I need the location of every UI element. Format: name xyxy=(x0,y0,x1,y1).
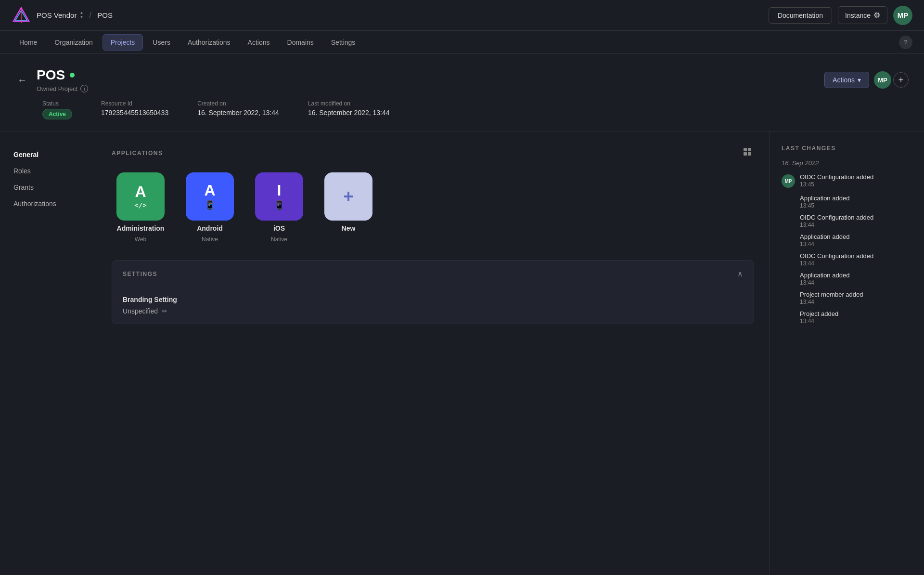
project-avatar: MP xyxy=(874,71,891,89)
resource-id-label: Resource Id xyxy=(101,100,168,107)
app-card-android[interactable]: A 📱 Android Native xyxy=(181,172,239,243)
app-sub-android: Native xyxy=(202,236,218,243)
project-subtitle: Owned Project i xyxy=(37,85,817,92)
app-icon-administration: A </> xyxy=(116,172,165,221)
status-dot xyxy=(70,73,75,78)
documentation-button[interactable]: Documentation xyxy=(769,7,832,24)
app-name-administration: Administration xyxy=(117,224,165,232)
app-icon-android: A 📱 xyxy=(186,172,234,221)
app-card-new[interactable]: + New xyxy=(320,172,377,243)
app-name-ios: iOS xyxy=(273,224,285,232)
resource-id-meta: Resource Id 179235445513650433 xyxy=(101,100,168,119)
settings-header[interactable]: SETTINGS ∧ xyxy=(112,261,754,287)
app-card-ios[interactable]: I 📱 iOS Native xyxy=(250,172,308,243)
add-member-button[interactable]: + xyxy=(893,72,909,88)
sidebar-item-roles[interactable]: Roles xyxy=(8,163,88,179)
sidebar-item-grants[interactable]: Grants xyxy=(8,180,88,195)
change-text-1: OIDC Configuration added 13:45 xyxy=(800,173,873,188)
applications-title: APPLICATIONS xyxy=(112,150,163,157)
status-badge: Active xyxy=(42,109,72,119)
modified-meta: Last modified on 16. September 2022, 13:… xyxy=(308,100,390,119)
change-avatar: MP xyxy=(782,174,795,188)
nav-item-users[interactable]: Users xyxy=(145,35,178,50)
sidebar-item-authorizations[interactable]: Authorizations xyxy=(8,196,88,211)
change-entry-5: OIDC Configuration added 13:44 xyxy=(800,252,912,267)
back-button[interactable]: ← xyxy=(15,73,29,88)
change-time-4: 13:44 xyxy=(800,241,912,248)
user-avatar-button[interactable]: MP xyxy=(893,6,912,25)
created-label: Created on xyxy=(197,100,279,107)
change-time-1: 13:45 xyxy=(800,181,873,188)
instance-button[interactable]: Instance ⚙ xyxy=(838,6,887,24)
grid-view-button[interactable] xyxy=(741,145,754,161)
modified-label: Last modified on xyxy=(308,100,390,107)
svg-rect-4 xyxy=(748,148,751,151)
created-meta: Created on 16. September 2022, 13:44 xyxy=(197,100,279,119)
change-time-7: 13:44 xyxy=(800,299,912,305)
breadcrumb-project[interactable]: POS xyxy=(97,11,113,19)
change-time-8: 13:44 xyxy=(800,318,912,325)
nav-item-home[interactable]: Home xyxy=(12,35,45,50)
breadcrumb-sep1: / xyxy=(89,10,91,20)
settings-card: SETTINGS ∧ Branding Setting Unspecified … xyxy=(112,260,754,324)
app-name-android: Android xyxy=(197,224,223,232)
settings-title: SETTINGS xyxy=(123,271,157,277)
change-time-5: 13:44 xyxy=(800,260,912,267)
middle-panel: APPLICATIONS A </> Administration Web xyxy=(96,131,770,575)
app-icon-new: + xyxy=(324,172,372,221)
settings-body: Branding Setting Unspecified ✏ xyxy=(112,287,754,324)
status-meta: Status Active xyxy=(42,100,72,119)
sidebar: General Roles Grants Authorizations xyxy=(0,131,96,575)
change-action-5: OIDC Configuration added xyxy=(800,252,912,260)
app-sub-administration: Web xyxy=(135,236,146,243)
app-name-new: New xyxy=(342,224,356,232)
nav-item-domains[interactable]: Domains xyxy=(280,35,321,50)
change-time-3: 13:44 xyxy=(800,222,912,228)
change-action-2: Application added xyxy=(800,195,912,202)
change-entry-1: MP OIDC Configuration added 13:45 xyxy=(782,173,912,188)
actions-button[interactable]: Actions ▾ xyxy=(824,72,869,88)
applications-header: APPLICATIONS xyxy=(112,145,754,161)
sidebar-item-general[interactable]: General xyxy=(8,147,88,162)
breadcrumb-arrows: ▲▼ xyxy=(79,11,83,19)
apps-grid: A </> Administration Web A 📱 Android Nat… xyxy=(112,172,754,243)
change-action-3: OIDC Configuration added xyxy=(800,214,912,221)
project-actions: Actions ▾ MP + xyxy=(824,71,909,89)
project-meta: Status Active Resource Id 17923544551365… xyxy=(15,100,909,119)
branding-setting-value: Unspecified ✏ xyxy=(123,307,743,315)
nav-item-actions[interactable]: Actions xyxy=(240,35,278,50)
modified-value: 16. September 2022, 13:44 xyxy=(308,109,390,117)
project-header: ← POS Owned Project i Actions ▾ MP + Sta… xyxy=(0,54,924,131)
change-entry-3: OIDC Configuration added 13:44 xyxy=(800,214,912,228)
app-card-administration[interactable]: A </> Administration Web xyxy=(112,172,169,243)
nav-item-authorizations[interactable]: Authorizations xyxy=(180,35,238,50)
breadcrumb-vendor[interactable]: POS Vendor ▲▼ xyxy=(37,11,83,19)
last-changes-title: LAST CHANGES xyxy=(782,145,912,152)
change-action-6: Application added xyxy=(800,272,912,279)
nav-item-settings[interactable]: Settings xyxy=(323,35,363,50)
help-button[interactable]: ? xyxy=(899,36,912,49)
change-action-8: Project added xyxy=(800,310,912,317)
app-icon-ios: I 📱 xyxy=(255,172,303,221)
branding-setting-label: Branding Setting xyxy=(123,296,743,303)
edit-icon[interactable]: ✏ xyxy=(162,307,167,315)
top-bar: POS Vendor ▲▼ / POS Documentation Instan… xyxy=(0,0,924,31)
change-entry-8: Project added 13:44 xyxy=(800,310,912,325)
change-time-6: 13:44 xyxy=(800,279,912,286)
project-name: POS xyxy=(37,67,817,83)
gear-icon: ⚙ xyxy=(873,11,880,20)
chevron-down-icon: ▾ xyxy=(858,76,861,84)
change-action-7: Project member added xyxy=(800,291,912,298)
nav-item-projects[interactable]: Projects xyxy=(103,34,143,51)
change-entry-7: Project member added 13:44 xyxy=(800,291,912,305)
change-entry-4: Application added 13:44 xyxy=(800,233,912,248)
nav-item-organization[interactable]: Organization xyxy=(47,35,100,50)
logo xyxy=(12,6,31,25)
chevron-up-icon: ∧ xyxy=(737,269,743,278)
change-entry-6: Application added 13:44 xyxy=(800,272,912,286)
svg-rect-6 xyxy=(748,152,751,156)
info-icon[interactable]: i xyxy=(80,85,88,92)
right-panel: LAST CHANGES 16. Sep 2022 MP OIDC Config… xyxy=(770,131,924,575)
app-sub-ios: Native xyxy=(271,236,287,243)
main-content: General Roles Grants Authorizations APPL… xyxy=(0,131,924,575)
